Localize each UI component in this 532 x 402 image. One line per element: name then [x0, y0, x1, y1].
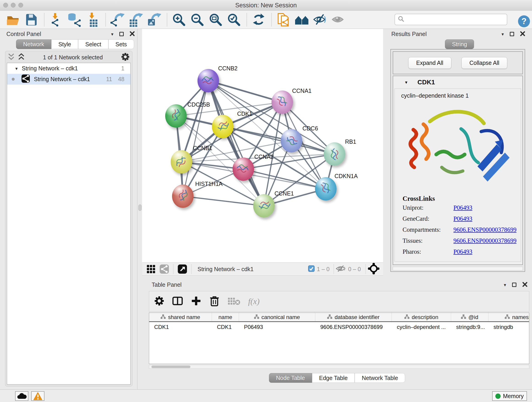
tab-string[interactable]: String — [445, 39, 474, 49]
node-CDK1[interactable] — [212, 115, 234, 138]
add-column-icon[interactable] — [191, 296, 201, 307]
control-panel-close-icon[interactable] — [130, 31, 135, 37]
search-box[interactable] — [394, 14, 507, 25]
results-scrollbar[interactable] — [393, 267, 523, 270]
control-panel-maximize-icon[interactable] — [119, 32, 124, 36]
tab-sets[interactable]: Sets — [108, 39, 134, 49]
network-collection-row[interactable]: ▾ String Network – cdk1 1 — [7, 63, 130, 74]
edge-HIST1H1A-CCNE1[interactable] — [183, 196, 264, 206]
tab-edge-table[interactable]: Edge Table — [312, 373, 355, 383]
table-row[interactable]: CDK1CDK1P064939606.ENSP00000378699cyclin… — [149, 322, 529, 332]
cloud-status-button[interactable] — [15, 391, 28, 401]
crosslink-link[interactable]: P06493 — [453, 204, 472, 211]
fit-selected-crosshair-icon[interactable] — [368, 263, 380, 275]
tab-network-table[interactable]: Network Table — [355, 373, 405, 383]
crosslink-link[interactable]: P06493 — [453, 215, 472, 222]
table-panel-close-icon[interactable] — [522, 282, 527, 288]
column-header-canonical-name[interactable]: canonical name — [239, 313, 315, 321]
save-session-icon[interactable] — [24, 12, 39, 27]
node-HIST1H1A[interactable] — [172, 185, 194, 208]
show-graphics-details-icon[interactable] — [331, 12, 346, 27]
import-database-icon[interactable] — [67, 12, 82, 27]
results-panel-close-icon[interactable] — [520, 31, 525, 37]
birds-eye-view-icon[interactable] — [177, 264, 188, 274]
node-CCNB2[interactable] — [197, 69, 219, 92]
search-input[interactable] — [405, 16, 503, 23]
close-window-button[interactable] — [3, 3, 8, 7]
cell-name[interactable]: CDK1 — [212, 324, 239, 330]
cell-description[interactable]: cyclin–dependent ... — [392, 324, 451, 330]
entry-collapse-icon[interactable]: ▾ — [405, 80, 407, 85]
network-options-gear-icon[interactable] — [121, 52, 130, 62]
import-network-icon[interactable] — [49, 12, 64, 27]
tab-select[interactable]: Select — [78, 39, 108, 49]
expand-all-networks-icon[interactable] — [18, 53, 25, 62]
network-canvas[interactable]: CCNB2 CCNA1 CDC25B CDK1 CDC6 RB1 CCNB1 C… — [142, 29, 383, 262]
hidden-eye-slash-icon[interactable] — [336, 265, 346, 274]
cell--id[interactable]: stringdb:9... — [451, 324, 488, 330]
tab-style[interactable]: Style — [51, 39, 78, 49]
zoom-fit-icon[interactable] — [208, 12, 223, 27]
node-RB1[interactable] — [324, 142, 345, 166]
open-session-icon[interactable] — [6, 12, 21, 27]
results-panel-maximize-icon[interactable] — [510, 32, 514, 36]
show-columns-icon[interactable] — [172, 295, 183, 307]
node-CCNB1[interactable] — [171, 150, 192, 173]
export-network-icon[interactable] — [110, 12, 125, 27]
cell-database-identifier[interactable]: 9606.ENSP00000378699 — [315, 324, 392, 330]
crosslink-link[interactable]: 9606.ENSP00000378699 — [453, 237, 516, 244]
selected-checkbox-icon[interactable] — [308, 265, 315, 273]
control-panel-float-icon[interactable]: ▾ — [111, 32, 114, 37]
hide-glyphs-icon[interactable] — [312, 12, 328, 27]
crosslink-link[interactable]: P06493 — [453, 248, 472, 255]
cell-shared-name[interactable]: CDK1 — [149, 324, 212, 330]
node-CDC6[interactable] — [281, 129, 302, 153]
column-header-shared-name[interactable]: shared name — [149, 313, 212, 321]
delete-column-icon[interactable] — [209, 295, 220, 307]
edge-CCNB2-CCNA1[interactable] — [208, 81, 282, 102]
column-header-name[interactable]: name — [212, 313, 239, 321]
table-panel-maximize-icon[interactable] — [512, 283, 516, 287]
zoom-selected-icon[interactable] — [226, 12, 241, 27]
cell-canonical-name[interactable]: P06493 — [239, 324, 315, 330]
scrollbar-thumb[interactable] — [152, 366, 190, 368]
zoom-out-icon[interactable] — [190, 12, 205, 27]
collapse-all-button[interactable]: Collapse All — [462, 57, 507, 69]
help-button[interactable]: ? — [516, 14, 532, 29]
column-header-namespace[interactable]: namespace — [488, 313, 529, 321]
node-CCNA2[interactable] — [233, 157, 254, 181]
node-CDKN1A[interactable] — [315, 177, 336, 201]
network-row[interactable]: String Network – cdk1 11 48 — [7, 74, 130, 85]
collection-expand-icon[interactable]: ▾ — [15, 66, 18, 71]
expand-all-button[interactable]: Expand All — [408, 57, 451, 69]
table-options-gear-icon[interactable] — [154, 296, 164, 307]
node-CCNE1[interactable] — [253, 194, 275, 217]
collapse-all-networks-icon[interactable] — [8, 53, 15, 62]
column-header-description[interactable]: description — [392, 313, 451, 321]
results-panel-float-icon[interactable]: ▾ — [501, 32, 504, 37]
apply-layout-icon[interactable] — [251, 12, 266, 27]
warnings-button[interactable] — [31, 391, 44, 401]
table-horizontal-scrollbar[interactable] — [149, 365, 529, 369]
string-home-icon[interactable] — [294, 12, 309, 27]
export-table-icon[interactable] — [128, 12, 143, 27]
network-grid-view-icon[interactable] — [146, 264, 156, 274]
network-share-view-icon[interactable] — [159, 264, 170, 274]
clone-network-icon[interactable] — [276, 12, 291, 27]
maximize-window-button[interactable] — [18, 3, 23, 7]
node-CCNA1[interactable] — [272, 90, 293, 114]
crosslink-link[interactable]: 9606.ENSP00000378699 — [453, 226, 516, 233]
cell-namespace[interactable]: stringdb — [488, 324, 529, 330]
export-image-icon[interactable] — [147, 12, 162, 27]
zoom-in-icon[interactable] — [171, 12, 186, 27]
column-header--id[interactable]: @id — [451, 313, 488, 321]
table-panel-float-icon[interactable]: ▾ — [504, 282, 506, 288]
node-CDC25B[interactable] — [165, 104, 187, 128]
minimize-window-button[interactable] — [11, 3, 16, 7]
column-header-database-identifier[interactable]: database identifier — [315, 313, 392, 321]
left-splitter-handle[interactable] — [138, 204, 142, 211]
tab-node-table[interactable]: Node Table — [269, 373, 312, 383]
tab-network[interactable]: Network — [16, 39, 51, 49]
window-controls[interactable] — [3, 3, 23, 7]
memory-button[interactable]: Memory — [492, 391, 527, 401]
